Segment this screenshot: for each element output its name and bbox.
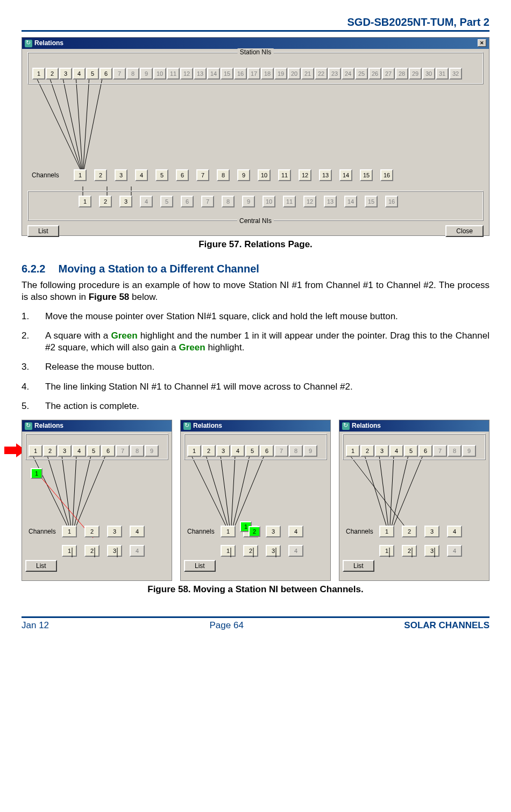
cell-20: 20 <box>288 68 301 80</box>
cell-27: 27 <box>382 68 395 80</box>
cell-3[interactable]: 3 <box>107 545 122 557</box>
cell-2[interactable]: 2 <box>43 445 57 457</box>
cell-10[interactable]: 10 <box>258 169 271 181</box>
cell-3[interactable]: 3 <box>266 526 281 537</box>
cell-16: 16 <box>234 68 247 80</box>
cell-2[interactable]: 2 <box>360 445 374 457</box>
cell-3[interactable]: 3 <box>424 526 439 537</box>
cell-2[interactable]: 2 <box>243 545 258 557</box>
window-titlebar[interactable]: Relations <box>181 420 330 432</box>
page-footer: Jan 12 Page 64 SOLAR CHANNELS <box>22 616 489 631</box>
cell-1[interactable]: 1 <box>32 68 45 80</box>
cell-4[interactable]: 4 <box>231 445 245 457</box>
svg-line-33 <box>389 456 394 536</box>
cell-5[interactable]: 5 <box>87 445 101 457</box>
svg-line-14 <box>72 456 91 536</box>
list-button[interactable]: List <box>184 560 216 572</box>
cell-1[interactable]: 1 <box>62 545 77 557</box>
cell-7: 7 <box>433 445 447 457</box>
cell-2[interactable]: 2 <box>84 526 100 537</box>
cell-3[interactable]: 3 <box>266 545 281 557</box>
list-button[interactable]: List <box>27 225 59 237</box>
footer-page: Page 64 <box>210 620 244 631</box>
cell-12[interactable]: 12 <box>299 169 311 181</box>
close-icon[interactable] <box>478 39 486 47</box>
drop-target-cell[interactable]: 2 <box>249 526 260 537</box>
cell-3[interactable]: 3 <box>375 445 389 457</box>
cell-11[interactable]: 11 <box>278 169 291 181</box>
cell-11: 11 <box>283 196 296 207</box>
cell-7[interactable]: 7 <box>196 169 209 181</box>
cell-18: 18 <box>261 68 274 80</box>
doc-header: SGD-SB2025NT-TUM, Part 2 <box>22 16 489 32</box>
cell-3[interactable]: 3 <box>58 445 72 457</box>
cell-3[interactable]: 3 <box>216 445 230 457</box>
cell-4[interactable]: 4 <box>73 68 86 80</box>
relations-window-big: Relations Station NIs 123456789101112131… <box>22 37 489 236</box>
cell-15[interactable]: 15 <box>360 169 373 181</box>
cell-4[interactable]: 4 <box>288 526 303 537</box>
relations-icon <box>183 422 191 430</box>
svg-line-12 <box>62 456 72 536</box>
cell-1[interactable]: 1 <box>379 526 394 537</box>
cell-1[interactable]: 1 <box>29 445 42 457</box>
cell-2[interactable]: 2 <box>94 169 107 181</box>
cell-14[interactable]: 14 <box>339 169 352 181</box>
cell-4[interactable]: 4 <box>135 169 148 181</box>
cell-2[interactable]: 2 <box>402 545 417 557</box>
cell-4[interactable]: 4 <box>447 526 462 537</box>
svg-line-11 <box>47 456 72 536</box>
cell-2[interactable]: 2 <box>84 545 100 557</box>
cell-2[interactable]: 2 <box>202 445 216 457</box>
cell-3[interactable]: 3 <box>115 169 127 181</box>
cell-3[interactable]: 3 <box>59 68 72 80</box>
cell-6[interactable]: 6 <box>176 169 189 181</box>
cell-1[interactable]: 1 <box>79 196 91 207</box>
cell-1[interactable]: 1 <box>221 545 236 557</box>
close-button[interactable]: Close <box>445 225 484 237</box>
cell-6[interactable]: 6 <box>260 445 274 457</box>
cell-5[interactable]: 5 <box>245 445 259 457</box>
window-titlebar[interactable]: Relations <box>22 420 172 432</box>
cell-1[interactable]: 1 <box>379 545 394 557</box>
cell-3[interactable]: 3 <box>107 526 122 537</box>
cell-2[interactable]: 2 <box>46 68 59 80</box>
cell-13[interactable]: 13 <box>319 169 332 181</box>
cell-1[interactable]: 1 <box>62 526 77 537</box>
cell-6[interactable]: 6 <box>101 445 115 457</box>
cell-9[interactable]: 9 <box>237 169 250 181</box>
cell-8: 8 <box>289 445 303 457</box>
cell-2[interactable]: 2 <box>99 196 112 207</box>
cell-1[interactable]: 1 <box>221 526 236 537</box>
cell-3[interactable]: 3 <box>424 545 439 557</box>
cell-5[interactable]: 5 <box>404 445 418 457</box>
step-1: 1.Move the mouse pointer over Station NI… <box>22 311 489 322</box>
channels-label: Channels <box>29 528 56 535</box>
cell-13: 13 <box>324 196 337 207</box>
cell-3[interactable]: 3 <box>119 196 132 207</box>
cell-6[interactable]: 6 <box>100 68 112 80</box>
cell-4[interactable]: 4 <box>130 526 145 537</box>
cell-8[interactable]: 8 <box>217 169 230 181</box>
window-titlebar[interactable]: Relations <box>339 420 489 432</box>
cell-5[interactable]: 5 <box>155 169 168 181</box>
cell-4[interactable]: 4 <box>389 445 403 457</box>
cell-28: 28 <box>395 68 408 80</box>
cell-6[interactable]: 6 <box>418 445 432 457</box>
cell-1[interactable]: 1 <box>346 445 360 457</box>
step-2: 2.A square with a Green highlight and th… <box>22 330 489 354</box>
window-titlebar[interactable]: Relations <box>22 38 489 49</box>
list-button[interactable]: List <box>25 560 57 572</box>
cell-2[interactable]: 2 <box>402 526 417 537</box>
cell-5[interactable]: 5 <box>86 68 99 80</box>
cell-1[interactable]: 1 <box>187 445 201 457</box>
cell-12: 12 <box>303 196 316 207</box>
cell-15: 15 <box>365 196 378 207</box>
cell-16: 16 <box>385 196 398 207</box>
step-5: 5.The action is complete. <box>22 400 489 412</box>
cell-16[interactable]: 16 <box>380 169 393 181</box>
drag-ghost-cell[interactable]: 1 <box>31 468 42 479</box>
cell-1[interactable]: 1 <box>74 169 87 181</box>
cell-4[interactable]: 4 <box>72 445 86 457</box>
list-button[interactable]: List <box>343 560 374 572</box>
